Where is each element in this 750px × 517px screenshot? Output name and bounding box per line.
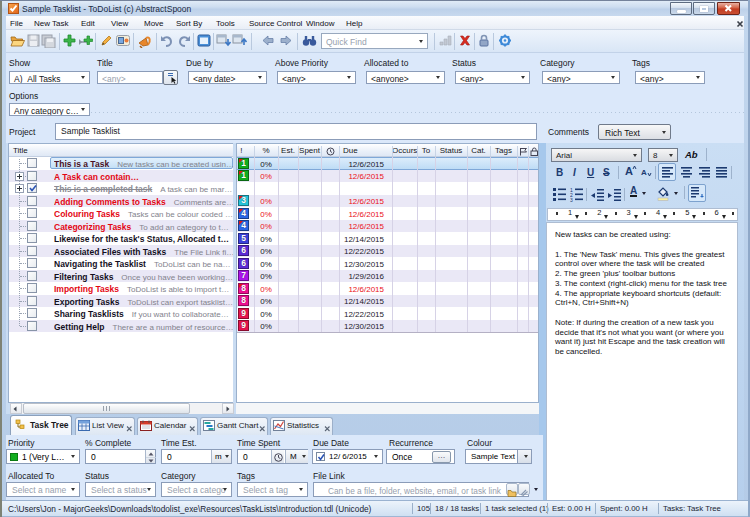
svg-text:3: 3 xyxy=(570,197,573,203)
